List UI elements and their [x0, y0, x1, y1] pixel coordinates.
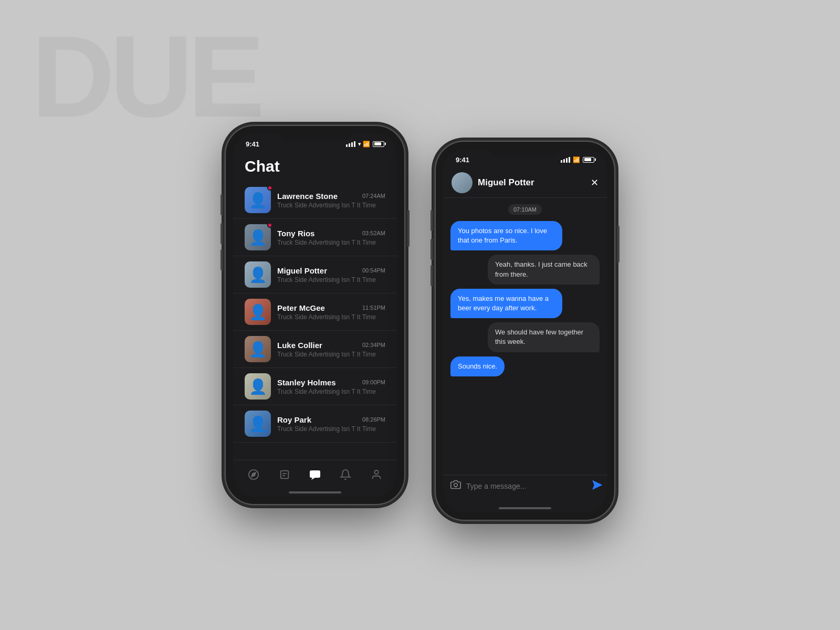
chat-info: Tony Rios03:52AMTruck Side Advertising I… [277, 229, 385, 246]
detail-contact-name: Miguel Potter [478, 177, 585, 188]
sent-message: Yes, makes me wanna have a beer every da… [450, 289, 562, 318]
chat-info: Miguel Potter00:54PMTruck Side Advertisi… [277, 266, 385, 284]
home-indicator-1 [289, 491, 341, 494]
chat-name-row: Peter McGee11:51PM [277, 303, 385, 312]
screen-2: 9:41 📶 [443, 149, 607, 512]
chat-timestamp: 03:52AM [362, 230, 385, 236]
avatar: 👤 [245, 261, 271, 288]
signal-bar-1 [346, 144, 348, 147]
chat-timestamp: 07:24AM [362, 193, 385, 199]
signal-bars-1 [346, 141, 355, 147]
signal-bar-3 [351, 142, 353, 147]
chat-item[interactable]: 👤Stanley Holmes09:00PMTruck Side Adverti… [233, 368, 397, 405]
svg-rect-2 [280, 470, 288, 478]
status-time-2: 9:41 [456, 156, 469, 164]
avatar: 👤 [245, 187, 271, 213]
phones-container: 9:41 ▾ 📶 Chat [226, 110, 614, 520]
avatar: 👤 [245, 411, 271, 437]
chat-name-row: Stanley Holmes09:00PM [277, 378, 385, 387]
nav-compass-icon[interactable] [247, 468, 260, 481]
chat-item[interactable]: 👤Tony Rios03:52AMTruck Side Advertising … [233, 219, 397, 256]
avatar-face: 👤 [245, 261, 271, 288]
chat-contact-name: Tony Rios [277, 229, 314, 238]
chat-name-row: Miguel Potter00:54PM [277, 266, 385, 275]
detail-content: 9:41 📶 [443, 149, 607, 512]
phone-chat-list: 9:41 ▾ 📶 Chat [226, 126, 404, 504]
avatar-face: 👤 [245, 373, 271, 400]
wifi-icon-1: ▾ 📶 [358, 141, 370, 148]
nav-bookmark-icon[interactable] [278, 468, 291, 481]
avatar-wrap: 👤 [245, 299, 271, 325]
status-icons-1: ▾ 📶 [346, 141, 384, 148]
avatar: 👤 [245, 336, 271, 362]
signal-bars-2 [561, 157, 570, 163]
chat-timestamp: 08:26PM [362, 416, 385, 423]
avatar-face: 👤 [245, 336, 271, 362]
nav-chat-icon[interactable] [309, 468, 321, 481]
chat-name-row: Tony Rios03:52AM [277, 229, 385, 238]
chat-name-row: Luke Collier02:34PM [277, 341, 385, 350]
nav-person-icon[interactable] [370, 468, 383, 481]
chat-preview: Truck Side Advertising Isn T It Time [277, 276, 385, 284]
avatar-face: 👤 [245, 224, 271, 250]
chat-contact-name: Lawrence Stone [277, 192, 338, 201]
svg-marker-9 [589, 479, 602, 491]
nav-bell-icon[interactable] [339, 468, 352, 481]
svg-rect-5 [310, 470, 320, 478]
battery-fill-1 [374, 142, 382, 145]
chat-contact-name: Miguel Potter [277, 266, 327, 275]
chat-item[interactable]: 👤Luke Collier02:34PMTruck Side Advertisi… [233, 331, 397, 368]
notification-dot [267, 223, 272, 228]
chat-contact-name: Stanley Holmes [277, 378, 336, 387]
avatar-wrap: 👤 [245, 411, 271, 437]
chat-title: Chat [245, 158, 385, 175]
svg-point-7 [454, 484, 458, 487]
avatar-face: 👤 [245, 299, 271, 325]
received-message: We should have few together this week. [488, 322, 600, 352]
time-badge: 07:10AM [508, 204, 542, 215]
chat-name-row: Lawrence Stone07:24AM [277, 192, 385, 201]
avatar: 👤 [245, 224, 271, 250]
chat-preview: Truck Side Advertising Isn T It Time [277, 202, 385, 209]
avatar-wrap: 👤 [245, 187, 271, 213]
notch-1 [278, 126, 352, 141]
battery-fill-2 [584, 158, 592, 161]
chat-preview: Truck Side Advertising Isn T It Time [277, 239, 385, 246]
message-input[interactable] [466, 482, 584, 490]
chat-info: Luke Collier02:34PMTruck Side Advertisin… [277, 341, 385, 358]
signal-bar-2 [349, 143, 350, 147]
signal-bar-4 [354, 141, 355, 147]
chat-timestamp: 09:00PM [362, 379, 385, 385]
status-icons-2: 📶 [561, 156, 594, 163]
avatar-face: 👤 [245, 187, 271, 213]
chat-item[interactable]: 👤Roy Park08:26PMTruck Side Advertising I… [233, 405, 397, 443]
notification-dot [267, 185, 272, 191]
avatar-face: 👤 [245, 411, 271, 437]
chat-timestamp: 02:34PM [362, 342, 385, 348]
sent-message: You photos are so nice. I love that one … [450, 221, 562, 250]
avatar: 👤 [245, 299, 271, 325]
phone-chat-detail: 9:41 📶 [436, 142, 614, 520]
battery-2 [583, 157, 594, 163]
camera-icon[interactable] [450, 479, 461, 492]
chat-item[interactable]: 👤Peter McGee11:51PMTruck Side Advertisin… [233, 293, 397, 331]
home-indicator-2 [499, 507, 551, 509]
avatar-wrap: 👤 [245, 261, 271, 288]
status-time-1: 9:41 [246, 140, 259, 148]
battery-1 [373, 141, 384, 147]
svg-point-6 [374, 470, 378, 474]
sig-b-2 [563, 159, 565, 163]
chat-preview: Truck Side Advertising Isn T It Time [277, 313, 385, 321]
chat-item[interactable]: 👤Lawrence Stone07:24AMTruck Side Adverti… [233, 182, 397, 219]
chat-preview: Truck Side Advertising Isn T It Time [277, 425, 385, 433]
svg-marker-1 [251, 472, 256, 477]
chat-timestamp: 00:54PM [362, 267, 385, 274]
chat-preview: Truck Side Advertising Isn T It Time [277, 351, 385, 358]
chat-info: Stanley Holmes09:00PMTruck Side Advertis… [277, 378, 385, 395]
messages-area: 07:10AMYou photos are so nice. I love th… [443, 198, 607, 512]
received-message: Yeah, thanks. I just came back from ther… [488, 255, 600, 284]
send-button[interactable] [586, 478, 603, 495]
close-button[interactable]: ✕ [591, 177, 598, 188]
chat-item[interactable]: 👤Miguel Potter00:54PMTruck Side Advertis… [233, 256, 397, 293]
chat-contact-name: Luke Collier [277, 341, 322, 350]
